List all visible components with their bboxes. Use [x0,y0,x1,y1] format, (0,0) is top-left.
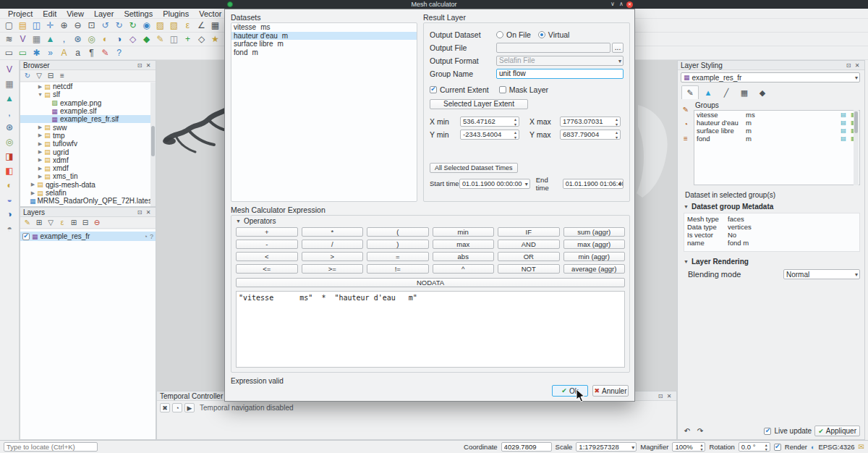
operator-button[interactable]: >= [302,264,364,274]
expander-icon[interactable]: ▶ [37,132,43,138]
expander-icon[interactable]: ▶ [30,182,36,187]
menu-item[interactable]: Project [3,9,38,19]
open-layer-styling-icon[interactable]: ✎ [22,218,33,228]
close-panel-icon[interactable]: ✕ [144,208,153,216]
zoom-last-icon[interactable]: ↺ [99,20,111,31]
close-window-icon[interactable]: ✕ [626,1,633,8]
blending-mode-combo[interactable]: Normal [783,269,860,279]
ok-button[interactable]: ✔ Ok [552,385,588,397]
add-raster-layer-icon[interactable]: ▦ [30,33,43,45]
pan-map-icon[interactable]: ✛ [44,20,56,31]
add-mesh-layer-icon[interactable]: ▲ [44,33,56,45]
menu-item[interactable]: Vector [194,9,226,19]
tree-item-sww[interactable]: ▶ ▤ sww [20,123,156,131]
float-panel-icon[interactable]: ⊡ [656,392,665,400]
operator-button[interactable]: min [433,227,495,237]
tree-item-example-res-fr-slf[interactable]: ▦ example_res_fr.slf [20,115,156,123]
magnifier-spin[interactable]: 100% [672,442,705,452]
selected-layer-extent-button[interactable]: Selected Layer Extent [430,99,528,109]
close-panel-icon[interactable]: ✕ [853,62,861,69]
contours-icon[interactable]: ▤ [840,119,847,126]
filter-expression-icon[interactable]: ε [57,218,67,228]
redo-style-icon[interactable]: ↷ [695,426,705,436]
add-wcs-icon[interactable]: ◒ [3,193,16,206]
dataset-group-row[interactable]: hauteur d'eau m ▤ ▦ [694,119,859,127]
output-file-input[interactable] [496,43,610,53]
maximize-icon[interactable]: ∧ [617,0,626,9]
operator-button[interactable]: / [302,240,364,249]
layer-labeling-icon[interactable]: a [72,47,84,59]
crs-indicator[interactable]: EPSG:4326 [818,443,854,451]
style-manager-icon[interactable]: ★ [209,33,221,45]
expander-icon[interactable]: ▼ [37,92,43,97]
measure-icon[interactable]: ∠ [195,20,208,31]
dataset-item[interactable]: hauteur d'eau m [231,32,417,41]
zoom-full-icon[interactable]: ⊡ [85,20,98,31]
operator-button[interactable]: ) [367,240,429,249]
add-postgis-icon[interactable]: ⊛ [72,33,84,45]
properties-widget-icon[interactable]: ≡ [57,71,67,81]
save-edits-icon[interactable]: ◫ [168,33,180,45]
add-delimited-text-icon[interactable]: , [3,106,16,119]
styling-layer-combo[interactable]: ▦ example_res_fr [681,72,860,82]
open-project-icon[interactable]: ▤ [17,20,29,31]
nodata-button[interactable]: NODATA [236,278,625,287]
expand-all-icon[interactable]: ⊞ [69,218,79,228]
menu-item[interactable]: Edit [38,9,61,19]
expander-icon[interactable]: ▶ [30,190,36,196]
collapse-all-icon[interactable]: ⊟ [46,71,56,81]
add-wfs-icon[interactable]: ◑ [113,33,125,45]
add-arcgis-icon[interactable]: ◓ [3,222,16,234]
dataset-group-row[interactable]: surface libre m ▤ ▦ [694,127,859,135]
menu-item[interactable]: Plugins [158,9,194,19]
data-source-manager-icon[interactable]: ≋ [3,33,15,45]
operator-button[interactable]: average (aggr) [563,264,626,274]
save-project-icon[interactable]: ◫ [30,20,43,31]
close-panel-icon[interactable]: ✕ [144,62,153,69]
vertex-tool-icon[interactable]: ◇ [195,33,208,45]
operator-button[interactable]: = [367,252,429,261]
expander-icon[interactable]: ▶ [37,149,43,155]
tree-item-example-png[interactable]: ▨ example.png [20,99,156,107]
options-icon[interactable]: ≡ [681,133,692,143]
zoom-next-icon[interactable]: ↻ [113,20,125,31]
identify-features-icon[interactable]: ◉ [140,20,153,31]
operator-button[interactable]: - [236,240,298,249]
add-group-icon[interactable]: ⊞ [34,218,44,228]
ymin-spin[interactable]: -2343.54004 [460,130,519,140]
add-feature-icon[interactable]: + [182,33,194,45]
edit-group-icon[interactable]: ✎ [681,104,692,114]
layout-manager-icon[interactable]: ▭ [3,47,15,59]
operator-button[interactable]: * [302,227,364,237]
groups-scrollbar[interactable] [854,110,859,185]
select-by-expression-icon[interactable]: ε [182,20,194,31]
operator-button[interactable]: <= [236,264,298,274]
new-project-icon[interactable]: ▢ [3,20,15,31]
refresh-map-icon[interactable]: ↻ [127,20,139,31]
add-mesh-layer-icon[interactable]: ▲ [3,92,16,104]
scale-combo[interactable]: 1:179257328 [576,442,637,452]
browse-button[interactable]: ... [612,43,624,53]
operator-button[interactable]: AND [498,240,560,249]
add-wms-icon[interactable]: ◐ [3,179,16,191]
tree-item-ugrid[interactable]: ▶ ▤ ugrid [20,148,156,156]
xmin-spin[interactable]: 536.47162 [460,117,519,127]
float-panel-icon[interactable]: ⊡ [844,62,853,69]
operator-button[interactable]: != [367,264,429,274]
tree-item-mrms-grib2[interactable]: ▦ MRMS_RadarOnly_QPE_72H.latest.grib2 [20,197,156,205]
rotation-spin[interactable]: 0.0 ° [739,442,770,452]
menu-item[interactable]: Settings [119,9,158,19]
tree-item-netcdf[interactable]: ▶ ▤ netcdf [20,82,156,90]
expander-icon[interactable]: ▶ [37,124,43,130]
render-checkbox[interactable] [774,444,781,451]
tree-item-selafin[interactable]: ▶ ▤ selafin [20,189,156,197]
float-panel-icon[interactable]: ⊡ [135,62,144,69]
layer-item-example-res-fr[interactable]: ▦ example_res_fr ◔ ? [20,232,156,241]
operator-button[interactable]: ^ [433,264,495,274]
temporal-badge-icon[interactable]: ◔ [144,233,148,240]
cancel-button[interactable]: ✖ Annuler [592,385,629,397]
dataset-item[interactable]: vitesse ms [231,23,417,32]
layer-notes-icon[interactable]: ? [150,233,153,240]
operator-button[interactable]: OR [498,252,560,261]
python-console-icon[interactable]: » [44,47,56,59]
